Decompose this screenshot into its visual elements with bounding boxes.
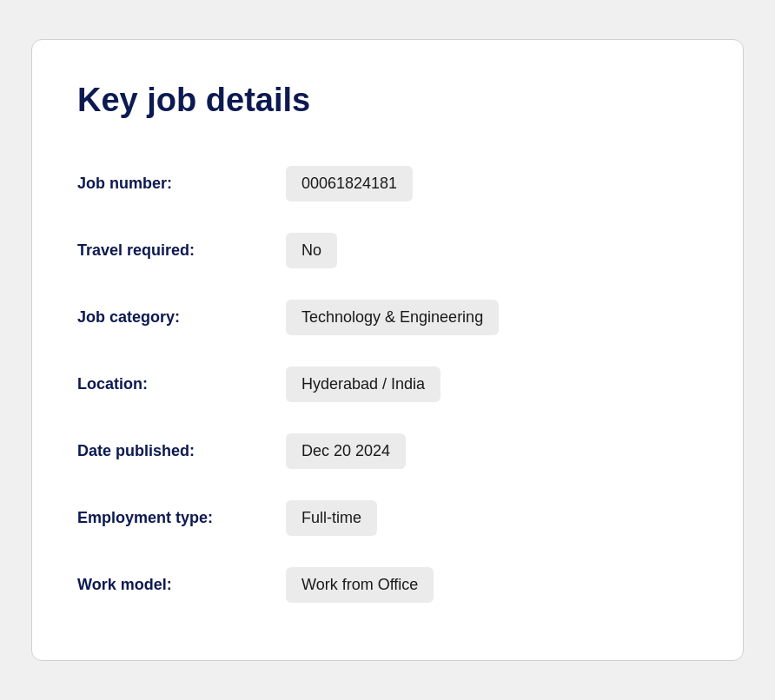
detail-value: Full-time <box>286 500 377 536</box>
detail-row: Travel required:No <box>77 217 698 284</box>
detail-value: Hyderabad / India <box>286 367 440 402</box>
detail-row: Employment type:Full-time <box>77 485 698 551</box>
detail-value: No <box>286 233 337 268</box>
card-title: Key job details <box>77 82 698 119</box>
detail-label: Travel required: <box>77 241 286 260</box>
detail-label: Job number: <box>77 175 286 193</box>
details-table: Job number:00061824181Travel required:No… <box>77 150 698 618</box>
detail-value: Technology & Engineering <box>286 300 499 335</box>
detail-row: Date published:Dec 20 2024 <box>77 418 698 485</box>
detail-label: Employment type: <box>77 509 286 527</box>
detail-row: Location:Hyderabad / India <box>77 351 698 418</box>
detail-value: 00061824181 <box>286 166 413 201</box>
detail-value: Dec 20 2024 <box>286 433 406 469</box>
detail-row: Job category:Technology & Engineering <box>77 284 698 351</box>
key-job-details-card: Key job details Job number:00061824181Tr… <box>31 39 744 661</box>
detail-label: Date published: <box>77 442 286 460</box>
detail-label: Work model: <box>77 576 286 594</box>
detail-row: Job number:00061824181 <box>77 150 698 217</box>
detail-value: Work from Office <box>286 567 434 603</box>
detail-row: Work model:Work from Office <box>77 551 698 618</box>
detail-label: Location: <box>77 375 286 393</box>
detail-label: Job category: <box>77 308 286 327</box>
